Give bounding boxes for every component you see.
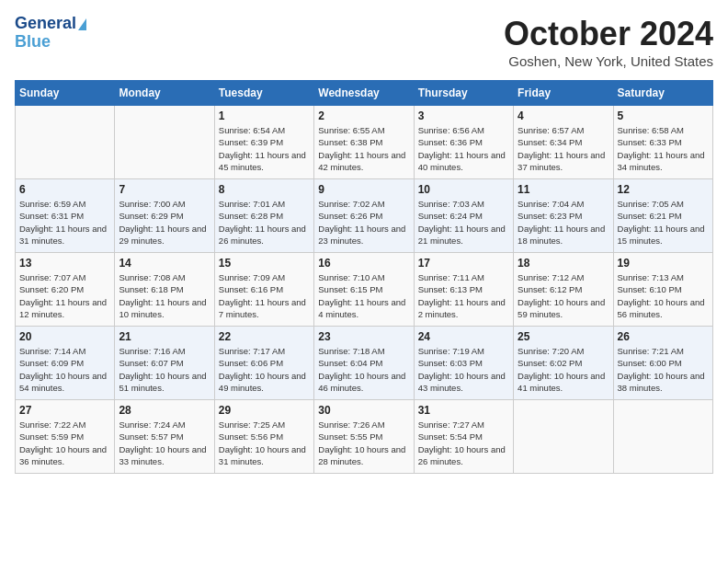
- calendar-cell: 19Sunrise: 7:13 AM Sunset: 6:10 PM Dayli…: [613, 253, 712, 327]
- title-area: October 2024 Goshen, New York, United St…: [504, 15, 713, 69]
- day-number: 6: [19, 183, 110, 196]
- day-info: Sunrise: 7:00 AM Sunset: 6:29 PM Dayligh…: [119, 198, 210, 247]
- calendar-cell: 3Sunrise: 6:56 AM Sunset: 6:36 PM Daylig…: [414, 106, 513, 179]
- calendar-header-row: SundayMondayTuesdayWednesdayThursdayFrid…: [16, 81, 713, 106]
- day-info: Sunrise: 7:05 AM Sunset: 6:21 PM Dayligh…: [618, 198, 709, 247]
- day-number: 3: [418, 109, 509, 122]
- calendar-cell: 13Sunrise: 7:07 AM Sunset: 6:20 PM Dayli…: [16, 253, 115, 327]
- day-number: 9: [318, 183, 409, 196]
- day-number: 12: [618, 183, 709, 196]
- day-info: Sunrise: 6:57 AM Sunset: 6:34 PM Dayligh…: [518, 124, 609, 173]
- calendar-table: SundayMondayTuesdayWednesdayThursdayFrid…: [15, 80, 713, 474]
- calendar-week-row: 20Sunrise: 7:14 AM Sunset: 6:09 PM Dayli…: [16, 327, 713, 400]
- day-info: Sunrise: 7:21 AM Sunset: 6:00 PM Dayligh…: [618, 345, 709, 394]
- calendar-cell: 2Sunrise: 6:55 AM Sunset: 6:38 PM Daylig…: [314, 106, 414, 179]
- day-number: 16: [318, 257, 409, 270]
- calendar-cell: 22Sunrise: 7:17 AM Sunset: 6:06 PM Dayli…: [214, 327, 313, 400]
- day-number: 5: [618, 109, 709, 122]
- day-header-thursday: Thursday: [414, 81, 513, 106]
- day-header-friday: Friday: [514, 81, 613, 106]
- day-info: Sunrise: 7:19 AM Sunset: 6:03 PM Dayligh…: [418, 345, 509, 394]
- location-text: Goshen, New York, United States: [504, 53, 713, 69]
- calendar-cell: 29Sunrise: 7:25 AM Sunset: 5:56 PM Dayli…: [214, 400, 313, 474]
- day-number: 8: [219, 183, 310, 196]
- calendar-cell: 17Sunrise: 7:11 AM Sunset: 6:13 PM Dayli…: [414, 253, 513, 327]
- calendar-cell: 18Sunrise: 7:12 AM Sunset: 6:12 PM Dayli…: [514, 253, 613, 327]
- day-number: 30: [318, 404, 409, 417]
- calendar-week-row: 13Sunrise: 7:07 AM Sunset: 6:20 PM Dayli…: [16, 253, 713, 327]
- day-number: 25: [518, 330, 609, 343]
- day-number: 1: [219, 109, 310, 122]
- calendar-week-row: 1Sunrise: 6:54 AM Sunset: 6:39 PM Daylig…: [16, 106, 713, 179]
- day-header-monday: Monday: [115, 81, 214, 106]
- calendar-cell: 20Sunrise: 7:14 AM Sunset: 6:09 PM Dayli…: [16, 327, 115, 400]
- day-info: Sunrise: 7:20 AM Sunset: 6:02 PM Dayligh…: [518, 345, 609, 394]
- calendar-week-row: 6Sunrise: 6:59 AM Sunset: 6:31 PM Daylig…: [16, 179, 713, 253]
- calendar-cell: 5Sunrise: 6:58 AM Sunset: 6:33 PM Daylig…: [613, 106, 712, 179]
- day-number: 28: [119, 404, 210, 417]
- day-number: 7: [119, 183, 210, 196]
- day-number: 18: [518, 257, 609, 270]
- day-number: 24: [418, 330, 509, 343]
- day-number: 10: [418, 183, 509, 196]
- day-info: Sunrise: 7:12 AM Sunset: 6:12 PM Dayligh…: [518, 271, 609, 320]
- month-title: October 2024: [504, 15, 713, 53]
- calendar-cell: 21Sunrise: 7:16 AM Sunset: 6:07 PM Dayli…: [115, 327, 214, 400]
- calendar-cell: 1Sunrise: 6:54 AM Sunset: 6:39 PM Daylig…: [214, 106, 313, 179]
- day-number: 21: [119, 330, 210, 343]
- calendar-cell: 16Sunrise: 7:10 AM Sunset: 6:15 PM Dayli…: [314, 253, 414, 327]
- calendar-cell: 27Sunrise: 7:22 AM Sunset: 5:59 PM Dayli…: [16, 400, 115, 474]
- day-info: Sunrise: 6:59 AM Sunset: 6:31 PM Dayligh…: [19, 198, 110, 247]
- day-header-wednesday: Wednesday: [314, 81, 414, 106]
- day-info: Sunrise: 6:55 AM Sunset: 6:38 PM Dayligh…: [318, 124, 409, 173]
- page-header: General Blue October 2024 Goshen, New Yo…: [15, 15, 713, 69]
- calendar-cell: 9Sunrise: 7:02 AM Sunset: 6:26 PM Daylig…: [314, 179, 414, 253]
- day-info: Sunrise: 7:14 AM Sunset: 6:09 PM Dayligh…: [19, 345, 110, 394]
- day-info: Sunrise: 7:11 AM Sunset: 6:13 PM Dayligh…: [418, 271, 509, 320]
- day-info: Sunrise: 7:07 AM Sunset: 6:20 PM Dayligh…: [19, 271, 110, 320]
- day-number: 20: [19, 330, 110, 343]
- day-number: 29: [219, 404, 310, 417]
- day-info: Sunrise: 7:02 AM Sunset: 6:26 PM Dayligh…: [318, 198, 409, 247]
- logo-general: General: [15, 15, 76, 33]
- day-info: Sunrise: 7:22 AM Sunset: 5:59 PM Dayligh…: [19, 419, 110, 467]
- calendar-cell: [514, 400, 613, 474]
- day-number: 14: [119, 257, 210, 270]
- calendar-cell: 4Sunrise: 6:57 AM Sunset: 6:34 PM Daylig…: [514, 106, 613, 179]
- calendar-cell: [115, 106, 214, 179]
- day-info: Sunrise: 7:18 AM Sunset: 6:04 PM Dayligh…: [318, 345, 409, 394]
- day-number: 22: [219, 330, 310, 343]
- day-number: 27: [19, 404, 110, 417]
- calendar-cell: [16, 106, 115, 179]
- day-info: Sunrise: 7:13 AM Sunset: 6:10 PM Dayligh…: [618, 271, 709, 320]
- logo-blue: Blue: [15, 32, 51, 51]
- day-header-sunday: Sunday: [16, 81, 115, 106]
- day-number: 4: [518, 109, 609, 122]
- day-header-saturday: Saturday: [613, 81, 712, 106]
- day-number: 17: [418, 257, 509, 270]
- logo-arrow-icon: [78, 18, 86, 30]
- day-info: Sunrise: 7:26 AM Sunset: 5:55 PM Dayligh…: [318, 419, 409, 467]
- day-number: 13: [19, 257, 110, 270]
- day-info: Sunrise: 7:25 AM Sunset: 5:56 PM Dayligh…: [219, 419, 310, 467]
- calendar-cell: 6Sunrise: 6:59 AM Sunset: 6:31 PM Daylig…: [16, 179, 115, 253]
- calendar-cell: 12Sunrise: 7:05 AM Sunset: 6:21 PM Dayli…: [613, 179, 712, 253]
- day-info: Sunrise: 7:27 AM Sunset: 5:54 PM Dayligh…: [418, 419, 509, 467]
- day-info: Sunrise: 7:24 AM Sunset: 5:57 PM Dayligh…: [119, 419, 210, 467]
- day-info: Sunrise: 7:09 AM Sunset: 6:16 PM Dayligh…: [219, 271, 310, 320]
- day-info: Sunrise: 7:16 AM Sunset: 6:07 PM Dayligh…: [119, 345, 210, 394]
- day-info: Sunrise: 7:01 AM Sunset: 6:28 PM Dayligh…: [219, 198, 310, 247]
- day-info: Sunrise: 7:08 AM Sunset: 6:18 PM Dayligh…: [119, 271, 210, 320]
- day-number: 31: [418, 404, 509, 417]
- calendar-cell: 7Sunrise: 7:00 AM Sunset: 6:29 PM Daylig…: [115, 179, 214, 253]
- calendar-cell: 8Sunrise: 7:01 AM Sunset: 6:28 PM Daylig…: [214, 179, 313, 253]
- logo: General Blue: [15, 15, 86, 52]
- calendar-cell: 28Sunrise: 7:24 AM Sunset: 5:57 PM Dayli…: [115, 400, 214, 474]
- day-info: Sunrise: 7:10 AM Sunset: 6:15 PM Dayligh…: [318, 271, 409, 320]
- day-number: 15: [219, 257, 310, 270]
- day-info: Sunrise: 7:17 AM Sunset: 6:06 PM Dayligh…: [219, 345, 310, 394]
- calendar-cell: 25Sunrise: 7:20 AM Sunset: 6:02 PM Dayli…: [514, 327, 613, 400]
- day-number: 26: [618, 330, 709, 343]
- calendar-cell: 31Sunrise: 7:27 AM Sunset: 5:54 PM Dayli…: [414, 400, 513, 474]
- day-number: 11: [518, 183, 609, 196]
